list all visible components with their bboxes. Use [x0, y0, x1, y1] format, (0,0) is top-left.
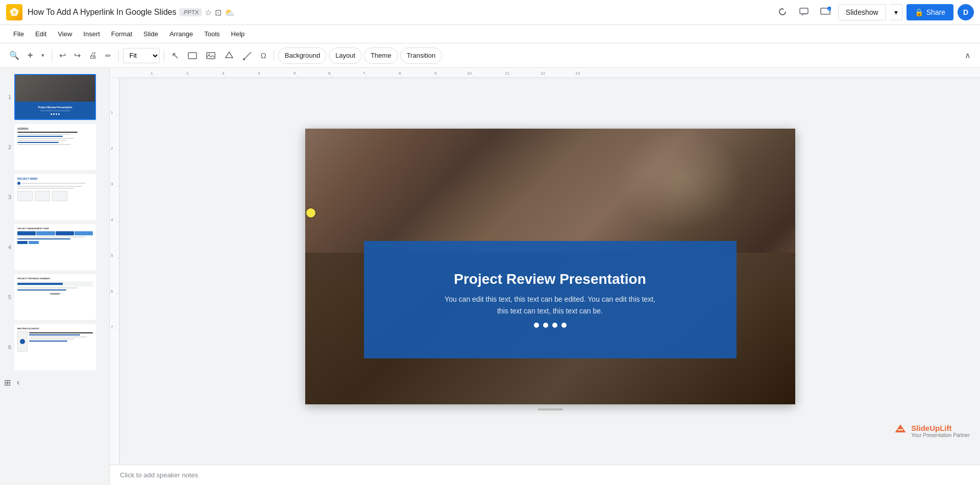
top-actions: Slideshow ▾ 🔒 Share D: [774, 3, 974, 22]
avatar[interactable]: D: [958, 4, 974, 20]
slide-thumb-4: PROJECT MANAGEMENT TEAM: [14, 224, 96, 270]
menu-slide[interactable]: Slide: [138, 28, 163, 40]
svg-point-4: [827, 7, 831, 11]
svg-text:7: 7: [111, 325, 113, 329]
slide-canvas-wrapper: Project Review Presentation You can edit…: [120, 78, 980, 465]
svg-text:8: 8: [399, 71, 401, 76]
svg-text:7: 7: [363, 71, 365, 76]
svg-text:10: 10: [467, 71, 472, 76]
ruler-vertical: 1 2 3 4 5 6 7: [110, 78, 120, 465]
shape-tool-button[interactable]: [221, 47, 237, 64]
svg-text:5: 5: [293, 71, 296, 76]
slide-title: Project Review Presentation: [454, 271, 646, 287]
comments-button[interactable]: [795, 3, 813, 22]
svg-point-10: [243, 58, 245, 60]
notes-placeholder[interactable]: Click to add speaker notes: [120, 471, 198, 479]
slide-number-2: 2: [4, 144, 11, 150]
separator-3: [164, 50, 164, 62]
watermark: SlideUpLift Your Presentation Partner: [893, 422, 970, 439]
background-button[interactable]: Background: [278, 47, 327, 64]
slide-thumb-3: PROJECT BRIEF: [14, 174, 96, 220]
zoom-dropdown-button[interactable]: ▾: [38, 47, 47, 64]
menu-file[interactable]: File: [8, 28, 29, 40]
menubar: File Edit View Insert Format Slide Arran…: [0, 25, 980, 43]
menu-tools[interactable]: Tools: [199, 28, 225, 40]
textbox-tool-button[interactable]: [184, 47, 201, 64]
svg-text:1: 1: [151, 71, 153, 76]
undo-button[interactable]: ↩: [56, 47, 69, 64]
doc-title[interactable]: How To Add A Hyperlink In Google Slides: [28, 8, 176, 17]
special-chars-button[interactable]: Ω: [258, 47, 270, 64]
menu-insert[interactable]: Insert: [78, 28, 105, 40]
slide-panel: 1 Project Review Presentation You can ed…: [0, 68, 110, 485]
print-button[interactable]: 🖨: [86, 47, 100, 64]
svg-rect-5: [188, 53, 197, 59]
banner-dots: [534, 323, 567, 328]
slide-item-2[interactable]: 2 AGENDA: [0, 122, 109, 172]
history-button[interactable]: [774, 3, 791, 22]
svg-text:3: 3: [222, 71, 225, 76]
folder-icon[interactable]: ⊡: [215, 8, 222, 17]
zoom-select[interactable]: Fit 50% 75% 100% 150% 200%: [123, 48, 160, 63]
slide-thumb-1: Project Review Presentation You can edit…: [14, 74, 96, 120]
main-layout: 1 Project Review Presentation You can ed…: [0, 68, 980, 485]
panel-collapse-button[interactable]: ‹: [17, 378, 19, 387]
star-icon[interactable]: ☆: [205, 8, 212, 17]
search-button[interactable]: 🔍: [6, 47, 22, 64]
svg-text:1: 1: [111, 110, 113, 115]
slide-item-1[interactable]: 1 Project Review Presentation You can ed…: [0, 72, 109, 122]
pptx-badge: .PPTX: [179, 8, 202, 16]
select-tool-button[interactable]: ↖: [168, 47, 182, 64]
svg-text:3: 3: [111, 182, 113, 186]
slide-number-5: 5: [4, 294, 11, 300]
svg-text:6: 6: [328, 71, 331, 76]
watermark-text: SlideUpLift Your Presentation Partner: [911, 424, 970, 438]
menu-edit[interactable]: Edit: [30, 28, 52, 40]
paint-format-button[interactable]: ✏: [102, 47, 114, 64]
share-button[interactable]: 🔒 Share: [906, 4, 953, 20]
slideshow-dropdown-button[interactable]: ▾: [890, 4, 902, 20]
collapse-toolbar-button[interactable]: ∧: [962, 47, 974, 64]
slide-item-6[interactable]: 6 MEETINGS ACHIEVED: [0, 322, 109, 372]
toolbar: 🔍 + ▾ ↩ ↪ 🖨 ✏ Fit 50% 75% 100% 150% 200%…: [0, 43, 980, 68]
slide-item-5[interactable]: 5 PROJECT PROGRESS SUMMARY SUMMARY: [0, 272, 109, 322]
transition-button[interactable]: Transition: [400, 47, 443, 64]
banner-dot-4: [561, 323, 567, 328]
image-tool-button[interactable]: [203, 47, 219, 64]
svg-text:6: 6: [111, 289, 113, 294]
redo-button[interactable]: ↪: [71, 47, 84, 64]
slide-thumb-6: MEETINGS ACHIEVED: [14, 324, 96, 370]
svg-text:13: 13: [575, 71, 580, 76]
slideshow-button[interactable]: Slideshow: [838, 4, 886, 20]
menu-arrange[interactable]: Arrange: [164, 28, 198, 40]
ruler-horizontal: 1 2 3 4 5 6 7 8 9: [110, 68, 980, 78]
svg-rect-2: [800, 8, 808, 14]
menu-view[interactable]: View: [53, 28, 77, 40]
canvas-area: 1 2 3 4 5 6 7 8 9: [110, 68, 980, 485]
svg-text:4: 4: [258, 71, 260, 76]
slide-canvas[interactable]: Project Review Presentation You can edit…: [305, 129, 795, 404]
menu-format[interactable]: Format: [106, 28, 137, 40]
svg-text:2: 2: [186, 71, 189, 76]
menu-help[interactable]: Help: [226, 28, 250, 40]
separator-2: [118, 50, 119, 62]
layout-button[interactable]: Layout: [329, 47, 362, 64]
banner-dot-1: [534, 323, 539, 328]
topbar: G How To Add A Hyperlink In Google Slide…: [0, 0, 980, 25]
work-area: 1 2 3 4 5 6 7: [110, 78, 980, 465]
slide-item-3[interactable]: 3 PROJECT BRIEF: [0, 172, 109, 222]
grid-view-icon[interactable]: ⊞: [4, 378, 11, 387]
cloud-icon[interactable]: ⛅: [225, 8, 235, 17]
separator-4: [274, 50, 274, 62]
notes-area[interactable]: Click to add speaker notes: [110, 465, 980, 485]
watermark-brand: SlideUpLift: [911, 424, 970, 432]
slide-subtitle: You can edit this text, this text can be…: [445, 294, 655, 317]
slide-item-4[interactable]: 4 PROJECT MANAGEMENT TEAM: [0, 222, 109, 272]
present-button[interactable]: [817, 3, 834, 22]
scroll-indicator: [537, 408, 563, 410]
theme-button[interactable]: Theme: [364, 47, 398, 64]
line-tool-button[interactable]: [239, 47, 256, 64]
banner-dot-3: [552, 323, 557, 328]
zoom-in-button[interactable]: +: [24, 47, 36, 64]
watermark-tagline: Your Presentation Partner: [911, 432, 970, 438]
